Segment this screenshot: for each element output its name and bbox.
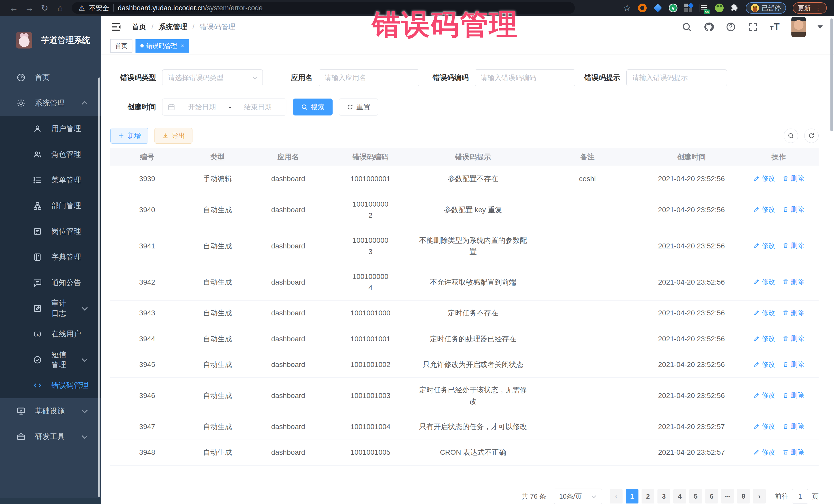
badge-icon	[33, 227, 42, 236]
reset-button[interactable]: 重置	[339, 98, 378, 115]
delete-link[interactable]: 删除	[783, 333, 804, 344]
error-code-input[interactable]	[475, 69, 575, 86]
date-range-picker[interactable]: 开始日期 - 结束日期	[162, 98, 286, 115]
chevron-down-icon	[80, 304, 89, 313]
sidebar-item-notice[interactable]: 通知公告	[0, 270, 101, 295]
page-button-4[interactable]: 4	[673, 489, 686, 503]
monitor-icon	[17, 407, 26, 416]
delete-link[interactable]: 删除	[783, 276, 804, 287]
edit-link[interactable]: 修改	[753, 276, 775, 287]
error-type-select[interactable]	[162, 69, 263, 86]
edit-link[interactable]: 修改	[753, 446, 775, 458]
toggle-search-button[interactable]	[784, 129, 798, 143]
page-button-6[interactable]: 6	[705, 489, 718, 503]
profile-paused-pill[interactable]: 已暂停	[746, 2, 786, 14]
page-size-select[interactable]: 10条/页	[554, 489, 602, 504]
app-name-input[interactable]	[319, 69, 419, 86]
page-button-3[interactable]: 3	[657, 489, 670, 503]
sidebar-item-departments[interactable]: 部门管理	[0, 193, 101, 219]
page-more-button[interactable]: •••	[721, 489, 734, 503]
tab-home[interactable]: 首页	[110, 39, 132, 52]
prev-page-button[interactable]: ‹	[610, 489, 622, 503]
error-hint-input[interactable]	[627, 69, 727, 86]
col-id: 编号	[110, 148, 184, 166]
delete-link[interactable]: 删除	[783, 390, 804, 401]
edit-link[interactable]: 修改	[753, 390, 775, 401]
tab-label: 首页	[115, 42, 128, 50]
edit-link[interactable]: 修改	[753, 421, 775, 432]
refresh-table-button[interactable]	[804, 129, 819, 143]
extension-list-icon[interactable]: on	[700, 4, 708, 12]
window-scrollbar[interactable]	[830, 19, 833, 131]
help-icon[interactable]	[726, 22, 736, 32]
tab-error-code[interactable]: 错误码管理 ×	[135, 39, 189, 52]
update-button[interactable]: 更新 ⋮	[793, 2, 827, 14]
home-icon[interactable]: ⌂	[53, 3, 67, 13]
edit-link[interactable]: 修改	[753, 240, 775, 251]
hamburger-icon[interactable]	[110, 21, 122, 32]
extension-v-icon[interactable]: v	[669, 4, 678, 12]
avatar[interactable]	[791, 17, 806, 37]
delete-link[interactable]: 删除	[783, 307, 804, 319]
font-size-icon[interactable]: TT	[770, 22, 780, 32]
browser-menu-icon[interactable]: ⋮	[815, 4, 822, 12]
sidebar-item-posts[interactable]: 岗位管理	[0, 219, 101, 244]
forward-icon[interactable]: →	[23, 3, 36, 13]
delete-link[interactable]: 删除	[783, 359, 804, 370]
edit-link[interactable]: 修改	[753, 204, 775, 215]
page-button-5[interactable]: 5	[689, 489, 702, 503]
export-button[interactable]: 导出	[154, 128, 193, 144]
edit-link[interactable]: 修改	[753, 333, 775, 344]
edit-link[interactable]: 修改	[753, 307, 775, 319]
sidebar-item-infrastructure[interactable]: 基础设施	[0, 398, 101, 424]
sidebar-item-sms[interactable]: 短信管理	[0, 347, 101, 373]
sidebar-item-home[interactable]: 首页	[0, 65, 101, 90]
search-button[interactable]: 搜索	[293, 98, 333, 115]
next-page-button[interactable]: ›	[753, 489, 766, 503]
sidebar-item-online-users[interactable]: a 在线用户	[0, 321, 101, 347]
edit-link[interactable]: 修改	[753, 173, 775, 184]
breadcrumb-home[interactable]: 首页	[132, 22, 146, 32]
add-button[interactable]: 新增	[110, 128, 148, 144]
sidebar-item-roles[interactable]: 角色管理	[0, 141, 101, 167]
table-row: 3942自动生成dashboard 1001000004 不允许获取敏感配置到前…	[110, 264, 819, 300]
sidebar-item-system[interactable]: 系统管理	[0, 90, 101, 116]
extensions-puzzle-icon[interactable]	[730, 4, 739, 12]
navbar-actions: TT	[682, 17, 823, 37]
delete-link[interactable]: 删除	[783, 173, 804, 184]
extension-gem-icon[interactable]	[653, 4, 662, 12]
error-type-select-input[interactable]	[162, 69, 263, 86]
extension-metro-icon[interactable]	[684, 4, 693, 12]
fullscreen-icon[interactable]	[748, 22, 758, 32]
trash-icon	[783, 309, 789, 316]
github-icon[interactable]	[704, 22, 714, 32]
close-tab-icon[interactable]: ×	[181, 42, 184, 49]
url-host: dashboard.yudao.iocoder.cn	[118, 4, 205, 12]
page-button-1[interactable]: 1	[626, 489, 638, 503]
reload-icon[interactable]: ↻	[38, 3, 51, 13]
delete-link[interactable]: 删除	[783, 446, 804, 458]
search-icon[interactable]	[682, 22, 692, 32]
users-icon	[33, 150, 42, 159]
extension-frog-icon[interactable]	[715, 4, 724, 12]
sidebar-item-audit-log[interactable]: 审计日志	[0, 295, 101, 321]
caret-down-icon[interactable]	[817, 25, 823, 29]
breadcrumb-system[interactable]: 系统管理	[159, 22, 187, 32]
breadcrumb: 首页 / 系统管理 / 错误码管理	[132, 22, 236, 32]
sidebar-item-dev-tools[interactable]: 研发工具	[0, 424, 101, 450]
extension-donut-icon[interactable]	[638, 4, 647, 12]
delete-link[interactable]: 删除	[783, 421, 804, 432]
edit-link[interactable]: 修改	[753, 359, 775, 370]
sidebar-item-users[interactable]: 用户管理	[0, 116, 101, 141]
sidebar-item-error-code[interactable]: 错误码管理	[0, 373, 101, 398]
bookmark-star-icon[interactable]: ☆	[623, 3, 631, 13]
goto-page-input[interactable]	[792, 489, 808, 503]
page-button-8[interactable]: 8	[737, 489, 750, 503]
org-tree-icon	[33, 201, 42, 211]
sidebar-item-dict[interactable]: 字典管理	[0, 244, 101, 270]
sidebar-item-menus[interactable]: 菜单管理	[0, 167, 101, 193]
page-button-2[interactable]: 2	[641, 489, 654, 503]
back-icon[interactable]: ←	[7, 3, 21, 13]
delete-link[interactable]: 删除	[783, 240, 804, 251]
delete-link[interactable]: 删除	[783, 204, 804, 215]
